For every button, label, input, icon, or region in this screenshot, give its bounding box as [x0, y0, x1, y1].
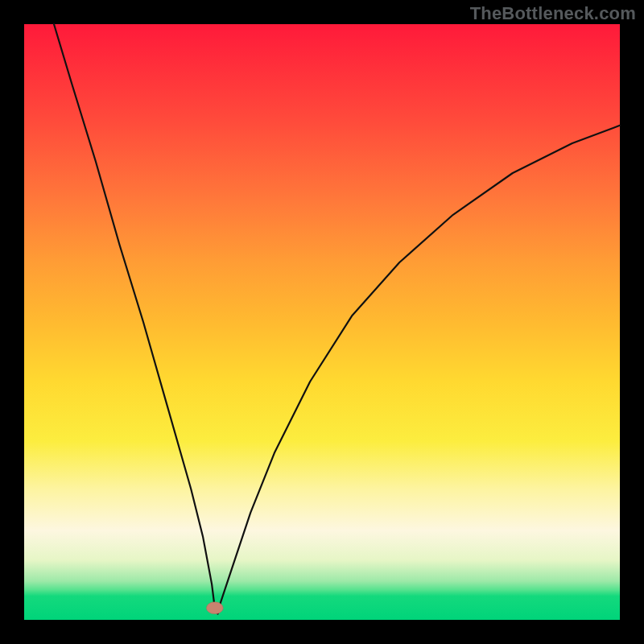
plot-area — [24, 24, 620, 620]
chart-frame: TheBottleneck.com — [0, 0, 644, 644]
watermark-label: TheBottleneck.com — [470, 3, 636, 24]
optimal-point-marker — [206, 602, 223, 614]
chart-svg — [24, 24, 620, 620]
chart-curve — [54, 24, 620, 614]
